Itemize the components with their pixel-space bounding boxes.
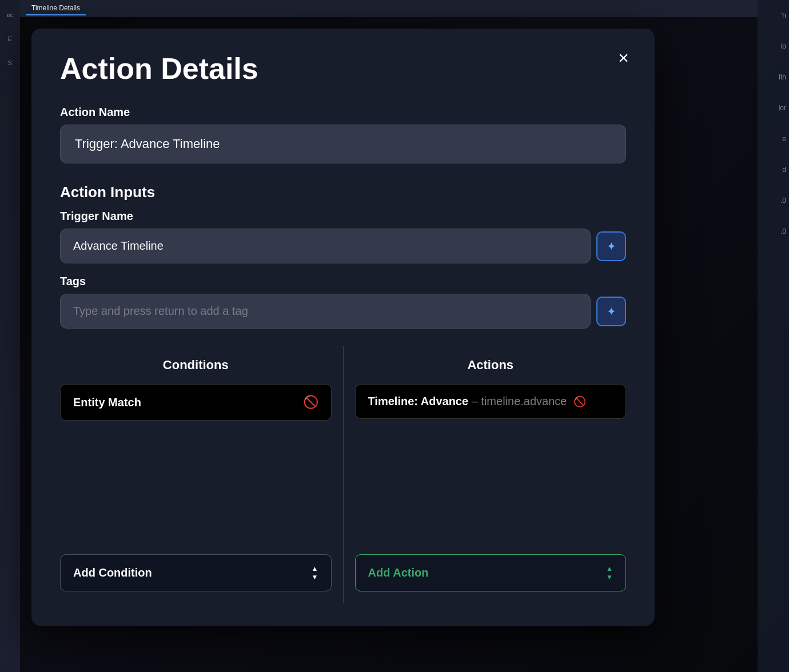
actions-header: Actions <box>355 358 627 373</box>
tags-magic-button[interactable]: ✦ <box>596 297 626 326</box>
chevron-up-icon: ▲ <box>312 565 318 572</box>
top-bar: Timeline Details <box>20 0 758 17</box>
actions-column: Actions Timeline: Advance – timeline.adv… <box>344 346 627 603</box>
side-right-item-5: e <box>782 135 786 143</box>
close-button[interactable]: × <box>618 49 629 67</box>
conditions-spacer <box>60 427 332 554</box>
side-left-item-3: S <box>8 59 12 66</box>
action-sub-label: – timeline.advance <box>472 395 567 407</box>
add-action-button[interactable]: Add Action ▲ ▼ <box>355 554 627 591</box>
action-name-section: Action Name <box>60 106 626 183</box>
action-chevron-up-icon: ▲ <box>606 565 613 572</box>
side-right-item-2: lo <box>781 42 786 50</box>
chevron-down-icon: ▼ <box>312 574 318 581</box>
tags-input[interactable] <box>60 294 591 329</box>
conditions-column: Conditions Entity Match 🚫 Add Condition … <box>60 346 344 603</box>
side-right-item-8: .0 <box>780 227 786 235</box>
trigger-name-label: Trigger Name <box>60 210 626 223</box>
action-timeline-advance-label: Timeline: Advance – timeline.advance 🚫 <box>368 395 587 408</box>
conditions-actions-panel: Conditions Entity Match 🚫 Add Condition … <box>60 346 626 603</box>
side-right-item-6: d <box>782 166 786 174</box>
add-condition-button[interactable]: Add Condition ▲ ▼ <box>60 554 332 591</box>
side-right-item-4: ior <box>779 104 786 112</box>
tab-timeline-details[interactable]: Timeline Details <box>26 2 86 15</box>
conditions-header: Conditions <box>60 358 332 373</box>
action-name-label: Action Name <box>60 106 626 119</box>
action-main-label: Timeline: Advance <box>368 395 469 407</box>
action-inputs-section: Action Inputs Trigger Name ✦ Tags ✦ <box>60 183 626 329</box>
condition-entity-match-label: Entity Match <box>73 396 141 409</box>
modal-backdrop: Action Details × Action Name Action Inpu… <box>20 17 758 672</box>
action-inputs-label: Action Inputs <box>60 183 626 201</box>
action-timeline-advance[interactable]: Timeline: Advance – timeline.advance 🚫 <box>355 384 627 419</box>
magic-sparkle-icon-1: ✦ <box>607 239 616 253</box>
side-right-item-3: ith <box>779 73 786 81</box>
action-name-input[interactable] <box>60 125 626 163</box>
condition-chevron-icon: ▲ ▼ <box>312 565 318 581</box>
side-right-item-1: 'h <box>781 11 786 19</box>
tags-label: Tags <box>60 275 626 288</box>
side-left-item-2: E <box>8 35 12 42</box>
side-right-item-7: .0 <box>780 197 786 205</box>
trigger-name-input[interactable] <box>60 229 591 263</box>
tags-row: ✦ <box>60 294 626 329</box>
condition-remove-icon[interactable]: 🚫 <box>303 395 318 410</box>
magic-sparkle-icon-2: ✦ <box>607 305 616 318</box>
action-details-modal: Action Details × Action Name Action Inpu… <box>31 29 655 626</box>
add-condition-label: Add Condition <box>73 566 152 579</box>
condition-entity-match[interactable]: Entity Match 🚫 <box>60 384 332 421</box>
actions-spacer <box>355 426 627 554</box>
side-right: 'h lo ith ior e d .0 .0 <box>758 0 789 672</box>
trigger-magic-button[interactable]: ✦ <box>596 231 626 261</box>
side-left: ec E S <box>0 0 20 672</box>
trigger-name-row: ✦ <box>60 229 626 263</box>
action-chevron-down-icon: ▼ <box>606 574 613 581</box>
side-left-item-1: ec <box>7 11 14 18</box>
modal-title: Action Details <box>60 51 626 86</box>
action-chevron-icon: ▲ ▼ <box>606 565 613 581</box>
action-remove-icon[interactable]: 🚫 <box>573 396 586 407</box>
add-action-label: Add Action <box>368 566 429 579</box>
